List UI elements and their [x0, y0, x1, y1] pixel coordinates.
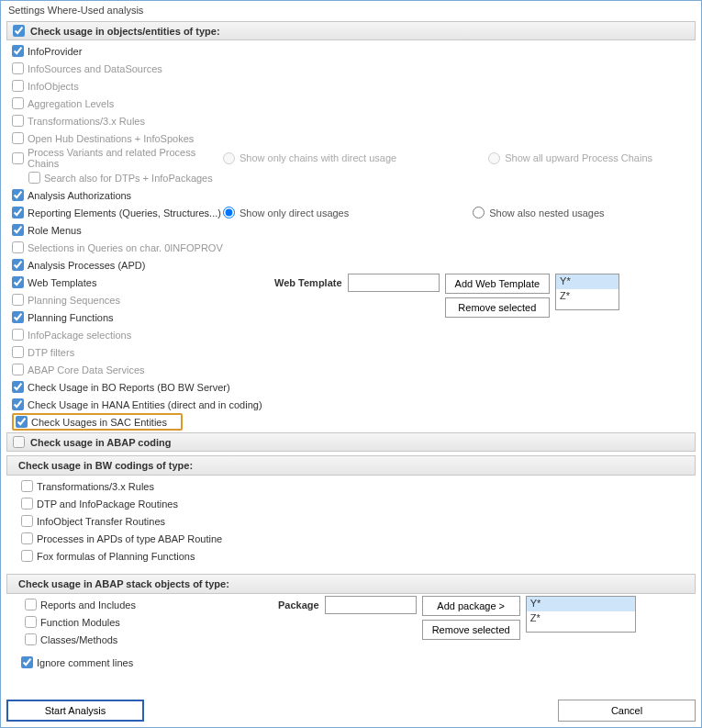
add-web-template-button[interactable]: Add Web Template [445, 274, 551, 294]
web-template-list[interactable]: Y* Z* [555, 274, 619, 310]
planning-sequences-label: Planning Sequences [28, 295, 120, 306]
section-bw-codings-title: Check usage in BW codings of type: [18, 460, 193, 471]
bw-transformations-checkbox[interactable] [21, 480, 33, 492]
sac-entities-label: Check Usages in SAC Entities [31, 417, 167, 428]
pv-radio-upward[interactable] [488, 152, 500, 164]
analysis-processes-checkbox[interactable] [12, 259, 24, 271]
open-hub-label: Open Hub Destinations + InfoSpokes [28, 133, 194, 144]
dtp-routines-label: DTP and InfoPackage Routines [37, 498, 178, 510]
function-modules-checkbox[interactable] [25, 616, 37, 628]
re-radio-nested-label: Show also nested usages [489, 207, 604, 218]
analysis-auth-label: Analysis Authorizations [28, 190, 131, 201]
abap-cds-label: ABAP Core Data Services [28, 364, 145, 375]
web-templates-checkbox[interactable] [12, 276, 24, 288]
role-menus-checkbox[interactable] [12, 224, 24, 236]
reports-includes-checkbox[interactable] [25, 599, 37, 610]
start-analysis-button[interactable]: Start Analysis [6, 700, 144, 722]
process-variants-checkbox[interactable] [12, 152, 24, 164]
remove-selected-wt-button[interactable]: Remove selected [445, 297, 551, 318]
classes-methods-checkbox[interactable] [25, 633, 37, 645]
infoprovider-label: InfoProvider [28, 46, 82, 57]
apd-abap-label: Processes in APDs of type ABAP Routine [37, 533, 222, 544]
section-abap-stack-title: Check usage in ABAP stack objects of typ… [18, 578, 229, 589]
infosources-label: InfoSources and DataSources [28, 63, 162, 74]
section-objects-title: Check usage in objects/entities of type: [30, 26, 220, 37]
remove-selected-pkg-button[interactable]: Remove selected [422, 620, 520, 640]
bo-reports-checkbox[interactable] [12, 381, 24, 393]
fox-formulas-label: Fox formulas of Planning Functions [37, 551, 195, 562]
list-item[interactable]: Y* [556, 274, 618, 289]
dtp-routines-checkbox[interactable] [21, 498, 33, 510]
infoobject-transfer-checkbox[interactable] [21, 515, 33, 527]
infoprovider-checkbox[interactable] [12, 45, 24, 57]
apd-abap-checkbox[interactable] [21, 532, 33, 544]
reporting-elements-label: Reporting Elements (Queries, Structures.… [28, 207, 221, 218]
list-item[interactable]: Z* [556, 289, 618, 304]
cancel-button[interactable]: Cancel [558, 700, 696, 722]
process-variants-label: Process Variants and related Process Cha… [28, 147, 223, 169]
analysis-auth-checkbox[interactable] [12, 189, 24, 201]
planning-functions-checkbox[interactable] [12, 311, 24, 323]
infopackage-selections-label: InfoPackage selections [28, 330, 131, 341]
ignore-comments-checkbox[interactable] [21, 656, 33, 668]
search-dtps-label: Search also for DTPs + InfoPackages [44, 173, 213, 184]
analysis-processes-label: Analysis Processes (APD) [28, 260, 145, 271]
dialog-title: Settings Where-Used analysis [1, 1, 701, 19]
check-usage-abap-coding-checkbox[interactable] [13, 436, 25, 448]
abap-cds-checkbox[interactable] [12, 364, 24, 375]
section-abap-coding-header: Check usage in ABAP coding [6, 432, 696, 452]
planning-functions-label: Planning Functions [28, 312, 114, 323]
transformations-label: Transformations/3.x Rules [28, 116, 145, 127]
sac-entities-highlight: Check Usages in SAC Entities [12, 413, 183, 431]
bo-reports-label: Check Usage in BO Reports (BO BW Server) [28, 382, 230, 393]
dtp-filters-label: DTP filters [28, 347, 74, 358]
infosources-checkbox[interactable] [12, 62, 24, 74]
function-modules-label: Function Modules [40, 617, 120, 628]
list-item[interactable]: Z* [527, 611, 635, 626]
role-menus-label: Role Menus [28, 225, 82, 236]
re-radio-direct[interactable] [223, 207, 235, 218]
infoobjects-checkbox[interactable] [12, 80, 24, 92]
section-abap-coding-title: Check usage in ABAP coding [30, 437, 171, 448]
reports-includes-label: Reports and Includes [40, 599, 136, 610]
fox-formulas-checkbox[interactable] [21, 550, 33, 562]
selections-queries-checkbox[interactable] [12, 241, 24, 253]
infopackage-selections-checkbox[interactable] [12, 329, 24, 341]
selections-queries-label: Selections in Queries on char. 0INFOPROV [28, 242, 223, 253]
ignore-comments-label: Ignore comment lines [37, 657, 133, 668]
infoobject-transfer-label: InfoObject Transfer Routines [37, 516, 165, 527]
dtp-filters-checkbox[interactable] [12, 346, 24, 358]
sac-entities-checkbox[interactable] [16, 416, 28, 428]
transformations-checkbox[interactable] [12, 115, 24, 127]
dialog-content: Check usage in objects/entities of type:… [1, 19, 701, 694]
pv-radio-direct[interactable] [223, 152, 235, 164]
section-bw-codings-body: Transformations/3.x Rules DTP and InfoPa… [6, 476, 696, 566]
package-input[interactable] [325, 596, 417, 614]
pv-radio-upward-label: Show all upward Process Chains [505, 152, 652, 163]
list-item[interactable]: Y* [527, 597, 635, 611]
aggregation-levels-checkbox[interactable] [12, 97, 24, 109]
open-hub-checkbox[interactable] [12, 132, 24, 144]
reporting-elements-checkbox[interactable] [12, 207, 24, 218]
check-usage-objects-checkbox[interactable] [13, 25, 25, 37]
search-dtps-checkbox[interactable] [28, 172, 40, 184]
package-label: Package [278, 596, 319, 610]
re-radio-direct-label: Show only direct usages [240, 207, 349, 218]
re-radio-nested[interactable] [473, 207, 485, 218]
pv-radio-direct-label: Show only chains with direct usage [240, 152, 396, 163]
planning-sequences-checkbox[interactable] [12, 294, 24, 306]
aggregation-levels-label: Aggregation Levels [28, 98, 114, 109]
add-package-button[interactable]: Add package > [422, 596, 520, 616]
classes-methods-label: Classes/Methods [40, 634, 117, 645]
infoobjects-label: InfoObjects [28, 81, 79, 92]
web-templates-label: Web Templates [28, 277, 96, 288]
section-objects-header: Check usage in objects/entities of type: [6, 21, 696, 40]
web-template-input[interactable] [348, 274, 440, 292]
package-list[interactable]: Y* Z* [526, 596, 636, 633]
hana-entities-label: Check Usage in HANA Entities (direct and… [28, 399, 262, 410]
dialog-footer: Start Analysis Cancel [1, 694, 701, 727]
hana-entities-checkbox[interactable] [12, 398, 24, 410]
section-abap-stack-body: Reports and Includes Function Modules Cl… [6, 594, 696, 673]
web-template-label: Web Template [274, 274, 342, 288]
section-abap-stack-header: Check usage in ABAP stack objects of typ… [6, 574, 696, 594]
